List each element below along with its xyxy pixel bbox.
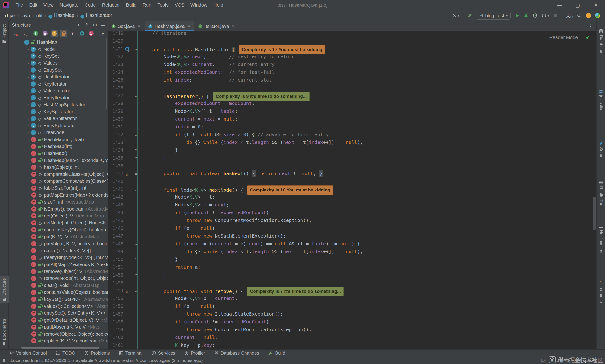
tree-item-comparecomparables-class-ob[interactable]: mcompareComparables(Class<?>, Ob [9,178,107,185]
code-text[interactable]: throw new IllegalStateException(); [139,310,283,318]
code-text[interactable] [139,162,141,170]
group-by-hierarchy-icon[interactable]: Y [69,30,76,37]
tab-hashmap-java[interactable]: CHashMap.java✕ [145,21,194,31]
tree-item-hashmap-int-float-[interactable]: mHashMap(int, float) [9,136,107,143]
translate-icon[interactable]: 文A [566,13,573,19]
code-text[interactable]: throw new ConcurrentModificationExceptio… [139,217,311,224]
fold-marker[interactable]: ⌄ [133,92,139,100]
tree-item-valuespliterator[interactable]: ›cValueSpliterator [9,115,107,122]
tree-item-hashmap-int-[interactable]: mHashMap(int) [9,143,107,150]
tool-button-search[interactable]: Search [597,139,605,163]
tool-button-notifications[interactable]: Notifications [597,222,605,255]
tool-button-leetcode[interactable]: Leetcode [597,277,605,305]
tree-item-treeifybin-node-k-v-int-void[interactable]: mtreeifyBin(Node<K, V>[], int): void [9,254,107,261]
code-line-1450[interactable]: 1450⌃ } [108,256,596,263]
tool-button-project[interactable]: Project [0,23,9,46]
tree-expand-icon[interactable]: › [26,61,31,65]
fold-marker[interactable]: ⌃ [133,154,139,162]
code-text[interactable]: Node<K,V> p = current; [139,295,237,302]
code-line-1441[interactable]: 1441⌄ final Node<K,V> nextNode() {Comple… [108,185,596,193]
code-text[interactable] [139,84,141,92]
tool-button-todo[interactable]: TODO [56,351,75,356]
code-line-1435[interactable]: 1435⌃ } [108,154,596,162]
tree-expand-icon[interactable]: › [26,75,31,79]
menu-run[interactable]: Run [140,1,154,9]
tree-item-getnode-int-object-node-k-v-[interactable]: mgetNode(int, Object): Node<K, V> [9,219,107,226]
code-line-1432[interactable]: 1432⌄ if (t != null && size > 0) { // ad… [108,131,596,139]
code-line-1420[interactable]: 1420 [108,37,596,45]
close-icon[interactable]: ✕ [137,24,141,29]
code-text[interactable]: Node<K,V> current; // current entry [139,61,275,68]
code-text[interactable] [139,37,141,45]
sort-by-visibility-icon[interactable]: ↓ [11,30,18,37]
close-icon[interactable]: ✕ [187,24,191,29]
tree-expand-icon[interactable]: › [26,54,31,58]
tool-button-build[interactable]: Build [268,351,285,356]
tree-item-size-int[interactable]: msize(): int↑AbstractMap [9,198,107,205]
stop-icon[interactable] [553,13,558,18]
code-line-1444[interactable]: 1444 if (modCount != expectedModCount) [108,209,596,217]
code-text[interactable]: // iterators [139,31,186,37]
code-viewport[interactable]: 1419 // iterators14201421⌄ abstract clas… [108,31,596,349]
code-text[interactable]: int expectedModCount; // for fast-fail [139,68,275,76]
tool-button-database[interactable]: Database [597,27,605,55]
code-line-1434[interactable]: 1434⌃ } [108,146,596,154]
breadcrumb-item-java[interactable]: java [21,13,30,18]
tree-expand-icon[interactable]: › [26,82,31,86]
tree-expand-icon[interactable]: ⌄ [19,40,24,44]
tool-button-terminal[interactable]: Terminal [119,351,142,356]
tool-window-toggle-icon[interactable] [3,359,7,362]
code-line-1455[interactable]: 1455 Node<K,V> p = current; [108,295,596,302]
user-dropdown[interactable]: ▾ [452,13,459,18]
code-line-1460[interactable]: 1460 current = null; [108,334,596,341]
tree-item-remove-object-v[interactable]: mremove(Object): V↑AbstractMap [9,268,107,275]
minimize-button[interactable]: — [557,2,562,8]
tree-item-values[interactable]: ›cValues [9,60,107,66]
tool-button-database-changes[interactable]: Database Changes [214,351,259,356]
menu-view[interactable]: View [41,1,56,9]
code-text[interactable]: public final boolean hasNext() { return … [139,170,323,178]
status-lf[interactable]: LF [541,358,546,363]
menu-edit[interactable]: Edit [26,1,40,9]
tree-item-removenode-int-object-object-b[interactable]: mremoveNode(int, Object, Object, bo [9,275,107,282]
coverage-icon[interactable] [532,13,538,18]
code-line-1446[interactable]: 1446 if (e == null) [108,224,596,232]
tree-item-putval-int-k-v-boolean-boolean[interactable]: mputVal(int, K, V, boolean, boolean): V [9,240,107,247]
breadcrumb-item-hashmap[interactable]: CHashMap [49,13,75,19]
structure-horizontal-scrollbar[interactable] [21,347,99,349]
tree-item-remove-object-object-boolean[interactable]: mremove(Object, Object): boolean↑M [9,330,107,337]
code-text[interactable]: throw new ConcurrentModificationExceptio… [139,326,311,334]
tool-button-services[interactable]: Services [152,351,175,356]
code-line-1426[interactable]: 1426 [108,84,596,92]
tool-button-restfultool[interactable]: RestfulTool [597,178,605,209]
code-text[interactable]: throw new NoSuchElementException(); [139,232,286,240]
menu-code[interactable]: Code [82,1,99,9]
menu-file[interactable]: File [13,1,26,9]
code-text[interactable]: do {} while (index < t.length && (next =… [139,248,363,256]
maximize-button[interactable]: ▢ [576,2,580,8]
show-lambdas-icon[interactable]: λ [88,30,94,37]
tree-item-entryset-set-entry-k-v-[interactable]: mentrySet(): Set<Entry<K, V>>↑Abst [9,310,107,316]
code-text[interactable]: return e; [139,263,201,271]
code-line-1448[interactable]: 1448⌄ if ((next = (current = e).next) ==… [108,240,596,248]
code-line-1454[interactable]: 1454↓↑⌄ public final void remove() {Comp… [108,287,596,295]
hide-icon[interactable]: — [101,23,105,28]
search-icon[interactable] [577,13,582,18]
code-text[interactable]: int index; // current slot [139,76,272,84]
code-line-1425[interactable]: 1425 int index; // current slot [108,76,596,84]
tree-item-clear-void[interactable]: mclear(): void↑AbstractMap [9,282,107,289]
code-line-1421[interactable]: 1421⌄ abstract class HashIterator {Compl… [108,45,596,53]
tree-expand-icon[interactable]: › [26,47,31,51]
show-inherited-icon[interactable]: I [32,30,39,37]
code-line-1419[interactable]: 1419 // iterators [108,31,596,37]
run-config-selector[interactable]: blog.Test▾ [476,12,511,20]
tree-expand-icon[interactable]: › [26,89,31,93]
code-line-1452[interactable]: 1452⌃ } [108,271,596,279]
tree-expand-icon[interactable]: › [26,96,31,100]
code-line-1442[interactable]: 1442 Node<K,V>[] t; [108,193,596,201]
settings-gear-icon[interactable]: ⚙ [93,22,97,28]
tree-item-comparableclassfor-object-clas[interactable]: mcomparableClassFor(Object): Class< [9,171,107,178]
overrides-marker-icon[interactable]: ↓↑ [126,170,127,178]
show-non-public-icon[interactable] [60,30,67,37]
code-line-1430[interactable]: 1430 current = next = null; [108,115,596,123]
